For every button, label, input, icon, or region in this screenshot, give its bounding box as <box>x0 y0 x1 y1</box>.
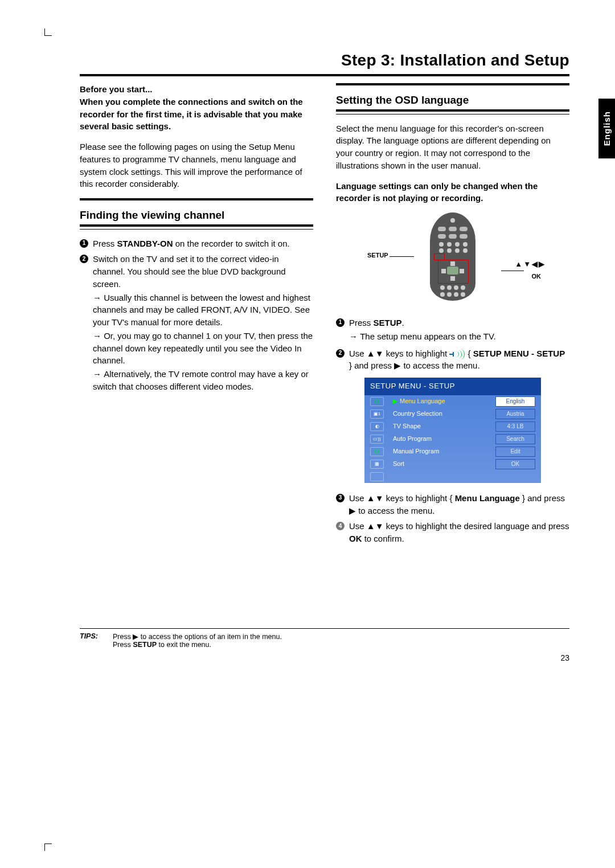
columns: Before you start... When you complete th… <box>80 83 569 548</box>
osd-menu-row: ▣1 ▶Country Selection Austria <box>364 408 541 420</box>
numbered-step: 1 Press SETUP.The setup menu appears on … <box>336 317 569 344</box>
osd-icon <box>370 472 384 481</box>
osd-menu-row: ▭)) ▶Auto Program Search <box>364 433 541 445</box>
remote-label-arrows: ▲▼◀▶ <box>515 259 546 270</box>
osd-row-label: ▶Country Selection <box>390 410 495 419</box>
section-rule <box>80 224 313 230</box>
osd-menu-screenshot: SETUP MENU - SETUP ((( ▶Menu Language En… <box>364 378 541 483</box>
step-body: Use ▲▼ keys to highlight { SETUP MENU - … <box>349 347 569 372</box>
page-title: Step 3: Installation and Setup <box>80 51 569 69</box>
osd-menu-row: ((( ▶Manual Program Edit <box>364 445 541 458</box>
section-rule-top <box>80 198 313 202</box>
title-rule <box>80 74 569 76</box>
osd-row-value: Search <box>495 434 535 445</box>
numbered-step: 2 Use ▲▼ keys to highlight { SETUP MENU … <box>336 347 569 372</box>
sub-arrow-line: Or, you may go to channel 1 on your TV, … <box>93 330 313 367</box>
numbered-step: 4 Use ▲▼ keys to highlight the desired l… <box>336 520 569 545</box>
step-number-icon: 2 <box>336 349 345 358</box>
step-number-icon: 1 <box>80 239 88 248</box>
sub-arrow-line: Usually this channel is between the lowe… <box>93 292 313 329</box>
osd-menu-row: ◐ ▶TV Shape 4:3 LB <box>364 420 541 433</box>
language-tab: English <box>598 99 615 158</box>
step-body: Press STANDBY-ON on the recorder to swit… <box>93 238 313 250</box>
tips-body: Press ▶ to access the options of an item… <box>113 632 282 649</box>
osd-para1: Select the menu language for this record… <box>336 122 569 172</box>
page: English Step 3: Installation and Setup B… <box>0 0 615 685</box>
page-number: 23 <box>80 653 569 662</box>
osd-row-label: ▶Auto Program <box>390 435 495 444</box>
remote-label-ok: OK <box>532 272 542 281</box>
osd-menu-row: ▦ ▶Sort OK <box>364 458 541 470</box>
osd-row-label: ▶Manual Program <box>390 447 495 456</box>
tips-footer: TIPS: Press ▶ to access the options of a… <box>80 628 569 649</box>
remote-label-setup: SETUP <box>367 251 388 260</box>
step-body: Press SETUP.The setup menu appears on th… <box>349 317 569 344</box>
intro-paragraph: Please see the following pages on using … <box>80 141 313 190</box>
section-title-finding: Finding the viewing channel <box>80 207 313 223</box>
osd-row-label: ▶TV Shape <box>390 422 495 431</box>
osd-row-icon: ▭)) <box>370 435 384 444</box>
sub-arrow-line: The setup menu appears on the TV. <box>349 330 569 343</box>
osd-menu-header: SETUP MENU - SETUP <box>364 378 541 395</box>
osd-bold-note: Language settings can only be changed wh… <box>336 180 569 205</box>
osd-row-value: 4:3 LB <box>495 421 535 432</box>
numbered-step: 1 Press STANDBY-ON on the recorder to sw… <box>80 238 313 250</box>
step-number-icon: 2 <box>80 255 88 263</box>
right-column: Setting the OSD language Select the menu… <box>336 83 569 548</box>
sub-arrow-line: Alternatively, the TV remote control may… <box>93 368 313 393</box>
osd-row-icon: ((( <box>370 447 384 456</box>
section-title-osd: Setting the OSD language <box>336 92 569 108</box>
section-rule-r <box>336 109 569 114</box>
tips-label: TIPS: <box>80 632 98 649</box>
numbered-step: 2 Switch on the TV and set it to the cor… <box>80 253 313 394</box>
intro-bold: Before you start... When you complete th… <box>80 83 313 133</box>
step-body: Use ▲▼ keys to highlight the desired lan… <box>349 520 569 545</box>
step-number-icon: 1 <box>336 318 345 327</box>
osd-row-icon: ▣1 <box>370 410 384 419</box>
section-rule-top-r <box>336 83 569 87</box>
step-body: Use ▲▼ keys to highlight { Menu Language… <box>349 492 569 517</box>
tips-line2: Press SETUP to exit the menu. <box>113 641 211 649</box>
osd-menu-row: ((( ▶Menu Language English <box>364 395 541 408</box>
remote-icon <box>430 212 475 301</box>
step-number-icon: 4 <box>336 522 345 530</box>
osd-row-label: ▶Sort <box>390 460 495 469</box>
remote-illustration: SETUP ▲▼◀▶ OK <box>336 212 569 306</box>
tips-line1: Press ▶ to access the options of an item… <box>113 633 282 641</box>
osd-row-icon: ((( <box>370 397 384 406</box>
osd-row-icon: ▦ <box>370 460 384 469</box>
step-number-icon: 3 <box>336 494 345 502</box>
osd-row-value: English <box>495 396 535 407</box>
step-body: Switch on the TV and set it to the corre… <box>93 253 313 394</box>
numbered-step: 3 Use ▲▼ keys to highlight { Menu Langua… <box>336 492 569 517</box>
osd-row-value: OK <box>495 459 535 470</box>
osd-row-icon: ◐ <box>370 422 384 431</box>
osd-row-value: Edit <box>495 447 535 457</box>
osd-row-label: ▶Menu Language <box>390 397 495 406</box>
osd-row-value: Austria <box>495 409 535 420</box>
left-column: Before you start... When you complete th… <box>80 83 313 548</box>
